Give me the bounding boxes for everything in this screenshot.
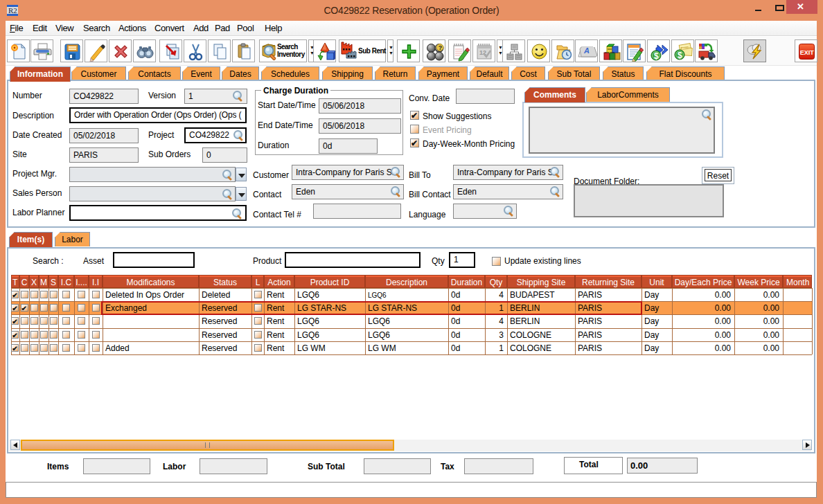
svg-text:$: $ <box>654 51 659 61</box>
svg-text:A: A <box>583 46 590 55</box>
svg-text:$: $ <box>678 51 682 60</box>
svg-text:?: ? <box>439 44 443 51</box>
svg-text:EXIT: EXIT <box>800 49 815 56</box>
